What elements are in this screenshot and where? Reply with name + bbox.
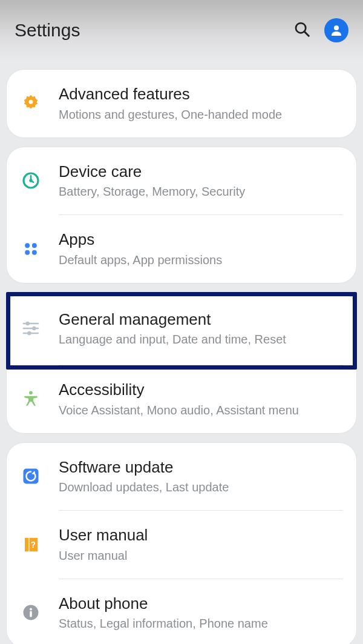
accessibility-person-icon [20,388,42,410]
svg-point-8 [25,250,30,255]
item-text: Software update Download updates, Last u… [59,457,343,496]
svg-rect-23 [30,611,32,617]
svg-point-16 [29,391,33,394]
svg-text:?: ? [31,540,36,549]
item-text: About phone Status, Legal information, P… [59,594,343,632]
settings-group: Software update Download updates, Last u… [6,442,357,645]
svg-point-13 [25,322,29,325]
search-icon [293,20,311,38]
item-text: General management Language and input, D… [59,310,343,348]
settings-group: General management Language and input, D… [6,292,357,434]
settings-item-apps[interactable]: Apps Default apps, App permissions [7,215,356,283]
manual-book-icon: ? [20,534,42,556]
svg-point-2 [334,25,339,30]
highlighted-region: General management Language and input, D… [6,292,357,434]
svg-point-5 [29,179,32,182]
item-title: Accessibility [59,380,343,400]
item-subtitle: Download updates, Last update [59,479,343,496]
settings-item-user-manual[interactable]: ? User manual User manual [7,511,356,579]
item-text: Advanced features Motions and gestures, … [59,84,343,123]
item-title: General management [59,310,343,330]
item-text: User manual User manual [59,525,343,564]
info-icon [20,602,42,623]
svg-point-6 [25,243,30,248]
header-actions [293,18,348,42]
svg-point-15 [27,331,31,335]
item-subtitle: Motions and gestures, One-handed mode [59,107,343,123]
svg-point-3 [29,100,33,104]
sliders-icon [20,317,42,339]
item-title: User manual [59,525,343,545]
item-subtitle: Language and input, Date and time, Reset [59,331,343,348]
item-text: Accessibility Voice Assistant, Mono audi… [59,380,343,419]
item-title: Advanced features [59,84,343,104]
item-text: Device care Battery, Storage, Memory, Se… [59,162,343,201]
item-title: Software update [59,457,343,477]
svg-point-14 [32,327,36,330]
item-subtitle: User manual [59,548,343,564]
item-title: Device care [59,162,343,182]
svg-point-9 [32,250,37,255]
item-title: Apps [59,230,343,250]
profile-button[interactable] [324,18,348,42]
item-title: About phone [59,594,343,614]
app-header: Settings [0,0,363,61]
gear-flower-icon [20,93,42,115]
apps-grid-icon [20,238,42,260]
svg-rect-18 [25,538,28,552]
svg-point-22 [30,608,32,611]
refresh-icon [20,465,42,487]
page-title: Settings [15,20,293,41]
settings-item-accessibility[interactable]: Accessibility Voice Assistant, Mono audi… [7,365,356,433]
item-subtitle: Default apps, App permissions [59,252,343,268]
person-icon [329,23,344,38]
svg-point-7 [32,243,37,248]
settings-item-device-care[interactable]: Device care Battery, Storage, Memory, Se… [7,147,356,215]
settings-item-software-update[interactable]: Software update Download updates, Last u… [7,443,356,511]
settings-item-advanced-features[interactable]: Advanced features Motions and gestures, … [7,70,356,138]
item-subtitle: Battery, Storage, Memory, Security [59,184,343,200]
item-subtitle: Voice Assistant, Mono audio, Assistant m… [59,402,343,419]
device-care-icon [20,170,42,191]
svg-line-1 [304,32,309,36]
item-text: Apps Default apps, App permissions [59,230,343,268]
item-subtitle: Status, Legal information, Phone name [59,616,343,632]
search-button[interactable] [293,20,311,41]
settings-group: Advanced features Motions and gestures, … [6,69,357,138]
settings-group: Device care Battery, Storage, Memory, Se… [6,147,357,284]
settings-item-about-phone[interactable]: About phone Status, Legal information, P… [7,579,356,645]
settings-item-general-management[interactable]: General management Language and input, D… [7,293,356,365]
